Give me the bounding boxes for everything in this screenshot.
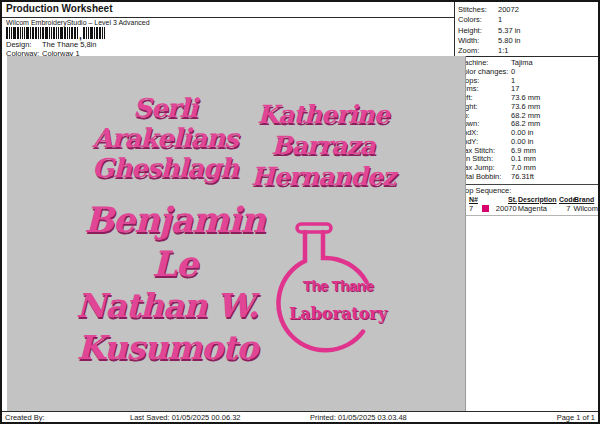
barcode-bar [17,27,19,39]
barcode-bar [96,27,98,39]
flask-text-line1: The Thane [292,277,384,294]
name-line: Gheshlagh [55,153,275,183]
name-line: Le [72,242,277,286]
info-value: 1:1 [498,46,508,56]
stop-sequence-section: Stop Sequence: # N# St. Description Code… [458,184,598,213]
barcode-bar [74,27,76,39]
barcode-bar [83,27,85,39]
barcode-bar [32,27,34,39]
barcode-bar [71,27,73,39]
info-value: 1 [498,15,502,25]
barcode-bar [94,27,95,39]
barcode-bar [22,27,23,39]
page-title: Production Worksheet [6,3,113,14]
barcode-bar [67,27,68,39]
col-code: Code [559,195,571,204]
barcode-bar [24,27,25,39]
thread-color-swatch-cell [482,205,492,212]
machine-info-panel: Machine:TajimaColor changes:0Stops:1Trim… [454,57,600,216]
barcode-bar [38,27,39,39]
last-saved-text: Last Saved: 01/05/2025 00.06.32 [130,413,241,422]
barcode-bar [56,27,57,39]
name-line: Arakelians [55,123,275,153]
barcode-bar [102,27,103,39]
info-label: Zoom: [458,46,498,56]
barcode-bar [77,27,78,39]
stop-sequence-header: # N# St. Description Code Brand [458,195,598,204]
info-row: Stitches:20072 [458,5,598,15]
name-line: Barraza [248,130,398,161]
name-line: Benjamin [72,198,277,242]
stop-sequence-title: Stop Sequence: [458,186,598,195]
design-row: Design: The Thane 5,8in [6,40,96,49]
name-line: Katherine [248,99,398,130]
info-label: Stitches: [458,5,498,15]
design-label: Design: [6,40,40,49]
info-row: Height:5.37 in [458,26,598,36]
design-value: The Thane 5,8in [42,40,97,49]
barcode-bar [86,27,87,39]
barcode-bar [51,27,52,39]
info-row: Colors:1 [458,15,598,25]
info-value: 20072 [498,5,519,15]
barcode-bar [9,27,10,39]
info-value: 5.80 in [498,36,521,46]
info-row: Zoom:1:1 [458,46,598,56]
name-block-katherine: Katherine Barraza Hernandez [248,99,398,192]
stop-sequence-row: 1. 7 20070 Magenta 7 Wilcom [458,204,598,213]
info-label: Width: [458,36,498,46]
seq-code: 7 [558,204,570,213]
created-by-label: Created By: [5,413,45,422]
col-stitches: St. [482,195,518,204]
name-block-benjamin: Benjamin Le [72,198,277,286]
name-line: Kusumoto [58,327,276,369]
flask-text-line2: Laboratory [286,304,390,323]
barcode-group2 [83,27,105,39]
barcode-bar [42,27,44,39]
barcode-bar [35,27,37,39]
printed-text: Printed: 01/05/2025 03.03.48 [310,413,407,422]
col-brand: Brand [571,195,598,204]
software-subtitle: Wilcom EmbroideryStudio – Level 3 Advanc… [6,19,150,26]
stats-rows: Stitches:20072Colors:1Height:5.37 inWidt… [458,5,598,56]
barcode-bar [58,27,59,39]
seq-description: Magenta [518,204,559,213]
barcode-separator: , [79,27,82,39]
barcode-bar [90,27,93,39]
barcode-bar [26,27,29,39]
barcode-bar [60,27,63,39]
name-line: Serli [55,93,275,123]
barcode-bar [11,27,12,39]
name-block-nathan: Nathan W. Kusumoto [58,285,276,369]
info-label: Colors: [458,15,498,25]
info-row: Width:5.80 in [458,36,598,46]
barcode-bar [40,27,41,39]
title-divider [2,17,454,18]
info-row: Stops:1 [458,77,598,86]
name-line: Nathan W. [58,285,276,327]
page-number: Page 1 of 1 [557,413,595,422]
barcode-bar [99,27,101,39]
barcode-bar [13,27,16,39]
seq-stitches: 20070 [492,204,518,213]
barcode-bar [45,27,48,39]
design-canvas: Serli Arakelians Gheshlagh Katherine Bar… [7,56,466,411]
machine-rows: Machine:TajimaColor changes:0Stops:1Trim… [458,59,598,182]
col-description: Description [518,195,559,204]
barcode-bar [20,27,21,39]
info-value: 5.37 in [498,26,521,36]
barcode-bar [49,27,50,39]
barcode-bar [104,27,105,39]
info-row: Color changes:0 [458,68,598,77]
barcode: , [6,27,105,39]
barcode-bar [6,27,8,39]
color-swatch [482,205,489,212]
info-label: Height: [458,26,498,36]
col-needle: N# [469,195,482,204]
info-row: Total Bobbin:76.31ft [458,173,598,182]
seq-needle: 7 [469,204,482,213]
footer-divider [2,411,598,412]
barcode-bar [64,27,66,39]
name-line: Hernandez [248,161,398,192]
production-worksheet-page: Production Worksheet Wilcom EmbroiderySt… [0,0,600,424]
